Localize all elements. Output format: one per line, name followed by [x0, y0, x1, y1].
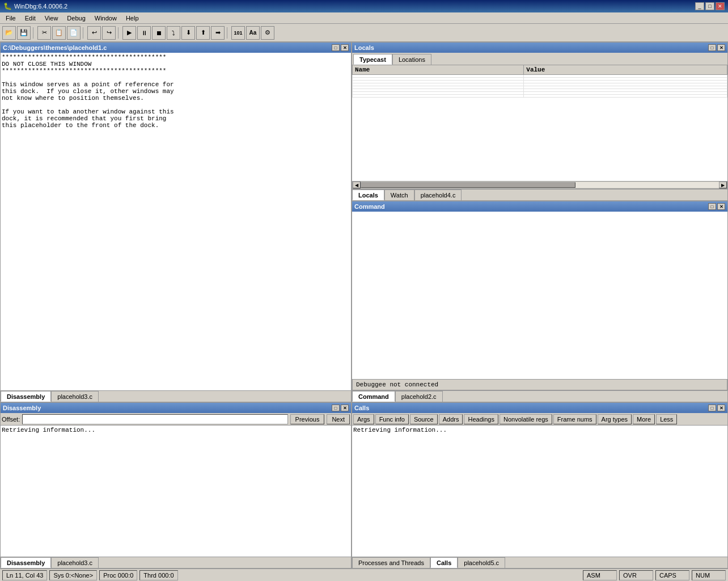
right-panel: Locals □ ✕ Typecast Locations — [352, 42, 728, 402]
disasm-content: Retrieving information... — [1, 426, 351, 557]
menu-edit[interactable]: Edit — [20, 14, 40, 23]
source-panel-controls[interactable]: □ ✕ — [332, 44, 349, 51]
col-value: Value — [524, 65, 727, 75]
toolbar-btn-bp[interactable]: 101 — [231, 26, 245, 40]
scroll-track[interactable] — [361, 182, 719, 188]
tab-watch[interactable]: Watch — [384, 190, 414, 200]
calls-btn-addrs[interactable]: Addrs — [439, 414, 463, 424]
locals-scrollbar[interactable]: ◀ ▶ — [352, 181, 727, 189]
menu-window[interactable]: Window — [90, 14, 121, 23]
scroll-thumb[interactable] — [361, 182, 575, 188]
toolbar-btn-5[interactable]: 📄 — [67, 26, 81, 40]
command-panel-tabs: Command placehold2.c — [352, 390, 727, 402]
command-panel-title: Command — [354, 203, 385, 210]
calls-btn-headings[interactable]: Headings — [464, 414, 498, 424]
command-panel-content[interactable] — [352, 212, 727, 379]
toolbar-sep-1 — [33, 27, 35, 39]
command-panel-close[interactable]: ✕ — [717, 203, 725, 210]
toolbar-btn-go[interactable]: ▶ — [122, 26, 136, 40]
tab-locations[interactable]: Locations — [392, 54, 431, 65]
menu-file[interactable]: File — [1, 14, 20, 23]
locals-table-area: Name Value — [352, 65, 727, 181]
toolbar-btn-6[interactable]: ↩ — [87, 26, 101, 40]
tab-disassembly[interactable]: Disassembly — [1, 557, 51, 568]
next-button[interactable]: Next — [327, 414, 350, 424]
disasm-panel-close[interactable]: ✕ — [341, 405, 349, 411]
calls-btn-more[interactable]: More — [633, 414, 655, 424]
tab-disassembly-bottom[interactable]: Disassembly — [1, 391, 51, 402]
offset-input[interactable] — [22, 414, 287, 424]
calls-btn-source[interactable]: Source — [410, 414, 438, 424]
locals-panel-close[interactable]: ✕ — [717, 44, 725, 51]
menu-help[interactable]: Help — [121, 14, 143, 23]
tab-placehold3-disasm[interactable]: placehold3.c — [51, 557, 99, 568]
locals-panel-controls[interactable]: □ ✕ — [708, 44, 725, 51]
previous-button[interactable]: Previous — [290, 414, 325, 424]
menu-debug[interactable]: Debug — [62, 14, 90, 23]
tab-placehold3[interactable]: placehold3.c — [51, 391, 99, 402]
maximize-button[interactable]: □ — [705, 2, 714, 10]
minimize-button[interactable]: _ — [695, 2, 704, 10]
calls-btn-funcinfo[interactable]: Func info — [375, 414, 409, 424]
tab-calls[interactable]: Calls — [430, 557, 458, 568]
tab-locals[interactable]: Locals — [352, 190, 384, 200]
locals-panel: Locals □ ✕ Typecast Locations — [352, 42, 728, 201]
locals-panel-maximize[interactable]: □ — [708, 44, 716, 51]
status-proc: Proc 000:0 — [99, 570, 137, 580]
locals-bottom-tabs: Locals Watch placehold4.c — [352, 189, 727, 200]
toolbar-btn-runto[interactable]: ➡ — [211, 26, 225, 40]
title-bar-controls[interactable]: _ □ ✕ — [695, 2, 725, 10]
toolbar-btn-stepout[interactable]: ⬆ — [196, 26, 210, 40]
toolbar-btn-break[interactable]: ⏸ — [137, 26, 151, 40]
app-title: WinDbg:6.4.0006.2 — [14, 3, 67, 10]
disasm-panel: Disassembly □ ✕ Offset: Previous Next Re… — [0, 402, 352, 569]
tab-processes-threads[interactable]: Processes and Threads — [352, 557, 430, 568]
calls-panel-maximize[interactable]: □ — [708, 405, 716, 411]
calls-btn-argtypes[interactable]: Arg types — [598, 414, 632, 424]
toolbar-btn-2[interactable]: 💾 — [17, 26, 31, 40]
calls-btn-nonvolatile[interactable]: Nonvolatile regs — [500, 414, 552, 424]
tab-placehold5[interactable]: placehold5.c — [458, 557, 505, 568]
disasm-panel-controls[interactable]: □ ✕ — [332, 405, 349, 411]
command-panel-titlebar: Command □ ✕ — [352, 201, 727, 212]
tab-placehold4[interactable]: placehold4.c — [414, 190, 462, 200]
calls-btn-less[interactable]: Less — [656, 414, 677, 424]
calls-toolbar: Args Func info Source Addrs Headings Non… — [352, 413, 727, 426]
toolbar-btn-options[interactable]: ⚙ — [261, 26, 274, 40]
status-thrd: Thrd 000:0 — [139, 570, 177, 580]
toolbar: 📂 💾 ✂ 📋 📄 ↩ ↪ ▶ ⏸ ⏹ ⤵ ⬇ ⬆ ➡ 101 Aa ⚙ — [0, 24, 728, 42]
tab-placehold2[interactable]: placehold2.c — [395, 391, 443, 402]
close-button[interactable]: ✕ — [716, 2, 725, 10]
disasm-panel-maximize[interactable]: □ — [332, 405, 340, 411]
command-panel-controls[interactable]: □ ✕ — [708, 203, 725, 210]
calls-panel-close[interactable]: ✕ — [717, 405, 725, 411]
command-panel-maximize[interactable]: □ — [708, 203, 716, 210]
scroll-right-btn[interactable]: ▶ — [719, 182, 727, 188]
toolbar-btn-7[interactable]: ↪ — [102, 26, 116, 40]
locals-top-tabs: Typecast Locations — [352, 53, 727, 65]
status-sys: Sys 0:<None> — [49, 570, 97, 580]
toolbar-btn-4[interactable]: 📋 — [52, 26, 66, 40]
source-panel-close[interactable]: ✕ — [341, 44, 349, 51]
toolbar-btn-3[interactable]: ✂ — [37, 26, 51, 40]
toolbar-btn-font[interactable]: Aa — [246, 26, 260, 40]
calls-panel-controls[interactable]: □ ✕ — [708, 405, 725, 411]
toolbar-btn-1[interactable]: 📂 — [2, 26, 16, 40]
menu-view[interactable]: View — [40, 14, 63, 23]
tab-command[interactable]: Command — [352, 391, 395, 402]
calls-btn-framenums[interactable]: Frame nums — [553, 414, 596, 424]
debuggee-status: Debuggee not connected — [352, 379, 727, 390]
title-bar: 🐛 WinDbg:6.4.0006.2 _ □ ✕ — [0, 0, 728, 12]
toolbar-btn-stepinto[interactable]: ⬇ — [181, 26, 195, 40]
toolbar-btn-stepover[interactable]: ⤵ — [167, 26, 180, 40]
offset-label: Offset: — [2, 416, 20, 423]
offset-bar: Offset: Previous Next — [1, 413, 351, 426]
scroll-left-btn[interactable]: ◀ — [353, 182, 361, 188]
disasm-panel-titlebar: Disassembly □ ✕ — [1, 403, 351, 413]
toolbar-btn-restart[interactable]: ⏹ — [152, 26, 166, 40]
calls-btn-args[interactable]: Args — [353, 414, 374, 424]
source-panel-maximize[interactable]: □ — [332, 44, 340, 51]
status-ovr: OVR — [619, 570, 653, 580]
toolbar-sep-2 — [83, 27, 85, 39]
tab-typecast[interactable]: Typecast — [353, 54, 392, 65]
